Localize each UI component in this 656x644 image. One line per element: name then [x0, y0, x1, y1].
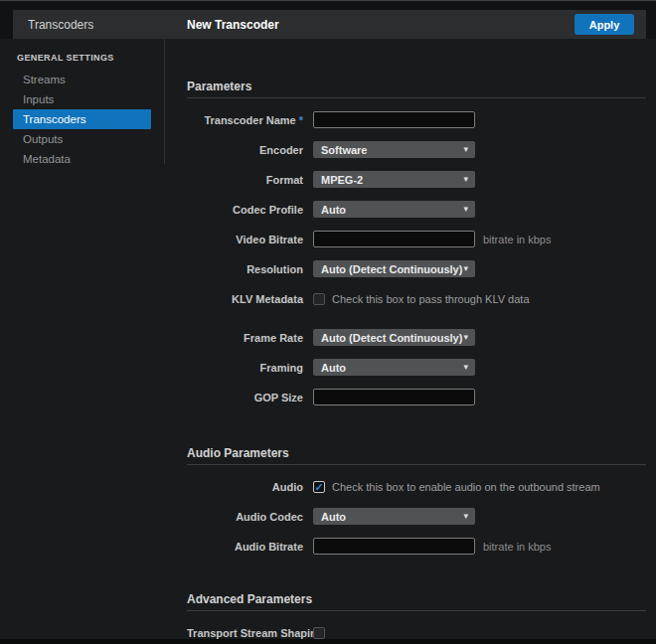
section-divider — [187, 610, 646, 611]
field-row-audio-bitrate: Audio Bitrate bitrate in kbps — [187, 538, 646, 555]
sidebar-item-inputs[interactable]: Inputs — [13, 89, 151, 109]
section-title-audio-parameters: Audio Parameters — [187, 446, 646, 460]
codec-profile-select[interactable]: Auto ▾ — [313, 201, 475, 218]
field-row-video-bitrate: Video Bitrate bitrate in kbps — [187, 231, 646, 247]
audio-bitrate-input[interactable] — [313, 538, 475, 555]
codec-profile-select-value: Auto — [321, 204, 346, 216]
sidebar-section-label: GENERAL SETTINGS — [17, 53, 164, 63]
gop-size-label: GOP Size — [187, 392, 303, 403]
framing-select[interactable]: Auto ▾ — [313, 359, 475, 376]
app-title: Transcoders — [28, 18, 93, 32]
video-bitrate-input[interactable] — [313, 231, 475, 247]
field-row-encoder: Encoder Software ▾ — [187, 141, 646, 158]
frame-rate-label: Frame Rate — [187, 332, 303, 344]
field-row-klv-metadata: KLV Metadata Check this box to pass thro… — [187, 290, 646, 307]
page-title: New Transcoder — [187, 18, 279, 32]
resolution-select[interactable]: Auto (Detect Continuously) ▾ — [313, 260, 475, 277]
video-bitrate-label: Video Bitrate — [187, 234, 303, 245]
transport-stream-shaping-label: Transport Stream Shaping — [187, 627, 303, 639]
frame-rate-select[interactable]: Auto (Detect Continuously) ▾ — [313, 329, 475, 346]
transcoder-name-label: Transcoder Name* — [187, 114, 303, 126]
frame-rate-select-value: Auto (Detect Continuously) — [321, 332, 462, 344]
field-row-resolution: Resolution Auto (Detect Continuously) ▾ — [187, 260, 646, 277]
sidebar-items: Streams Inputs Transcoders Outputs Metad… — [0, 70, 164, 169]
klv-metadata-checkbox[interactable] — [313, 293, 325, 305]
section-divider — [187, 97, 646, 98]
encoder-select-value: Software — [321, 144, 367, 156]
format-select-value: MPEG-2 — [321, 174, 363, 186]
framing-label: Framing — [187, 362, 303, 374]
apply-button[interactable]: Apply — [574, 14, 634, 35]
framing-select-value: Auto — [321, 362, 346, 374]
audio-checkbox-label: Check this box to enable audio on the ou… — [332, 481, 600, 493]
form-content: Parameters Transcoder Name* Encoder Soft… — [187, 39, 646, 644]
audio-bitrate-label: Audio Bitrate — [187, 541, 303, 553]
transcoder-name-input[interactable] — [313, 111, 475, 128]
field-row-transcoder-name: Transcoder Name* — [187, 111, 646, 128]
klv-metadata-label: KLV Metadata — [187, 293, 303, 305]
audio-codec-select-value: Auto — [321, 511, 346, 523]
audio-codec-label: Audio Codec — [187, 511, 303, 523]
sidebar-item-outputs[interactable]: Outputs — [13, 129, 151, 149]
section-title-advanced-parameters: Advanced Parameters — [187, 592, 646, 606]
check-icon: ✓ — [314, 482, 323, 492]
resolution-label: Resolution — [187, 263, 303, 275]
header-bar: Transcoders New Transcoder Apply — [13, 10, 646, 39]
video-bitrate-hint: bitrate in kbps — [483, 234, 551, 245]
encoder-select[interactable]: Software ▾ — [313, 141, 475, 158]
sidebar: GENERAL SETTINGS Streams Inputs Transcod… — [0, 39, 165, 164]
field-row-gop-size: GOP Size — [187, 389, 646, 405]
chevron-down-icon: ▾ — [463, 175, 468, 184]
sidebar-item-streams[interactable]: Streams — [13, 70, 151, 89]
chevron-down-icon: ▾ — [463, 333, 468, 342]
field-row-framing: Framing Auto ▾ — [187, 359, 646, 376]
chevron-down-icon: ▾ — [463, 264, 468, 273]
chevron-down-icon: ▾ — [463, 145, 468, 154]
klv-metadata-checkbox-label: Check this box to pass through KLV data — [332, 293, 530, 305]
resolution-select-value: Auto (Detect Continuously) — [321, 263, 462, 275]
gop-size-input[interactable] — [313, 389, 475, 405]
sidebar-item-metadata[interactable]: Metadata — [13, 149, 151, 169]
format-label: Format — [187, 174, 303, 186]
section-title-parameters: Parameters — [187, 80, 646, 93]
encoder-label: Encoder — [187, 144, 303, 156]
parameters-rows: Transcoder Name* Encoder Software ▾ Form… — [187, 111, 646, 405]
section-divider — [187, 464, 646, 465]
required-asterisk: * — [299, 114, 303, 126]
chevron-down-icon: ▾ — [463, 363, 468, 372]
field-row-format: Format MPEG-2 ▾ — [187, 171, 646, 188]
audio-checkbox[interactable]: ✓ — [313, 481, 325, 493]
field-row-frame-rate: Frame Rate Auto (Detect Continuously) ▾ — [187, 329, 646, 346]
audio-parameters-rows: Audio ✓ Check this box to enable audio o… — [187, 478, 646, 555]
field-row-audio-codec: Audio Codec Auto ▾ — [187, 508, 646, 525]
audio-label: Audio — [187, 481, 303, 493]
audio-codec-select[interactable]: Auto ▾ — [313, 508, 475, 525]
transport-stream-shaping-checkbox[interactable] — [313, 627, 325, 639]
codec-profile-label: Codec Profile — [187, 204, 303, 216]
audio-bitrate-hint: bitrate in kbps — [483, 541, 551, 553]
chevron-down-icon: ▾ — [463, 512, 468, 521]
label-text: Transcoder Name — [204, 114, 295, 126]
format-select[interactable]: MPEG-2 ▾ — [313, 171, 475, 188]
sidebar-item-transcoders[interactable]: Transcoders — [13, 109, 151, 129]
chevron-down-icon: ▾ — [463, 205, 468, 214]
field-row-audio: Audio ✓ Check this box to enable audio o… — [187, 478, 646, 495]
field-row-codec-profile: Codec Profile Auto ▾ — [187, 201, 646, 218]
window-bottom-band — [0, 639, 656, 644]
